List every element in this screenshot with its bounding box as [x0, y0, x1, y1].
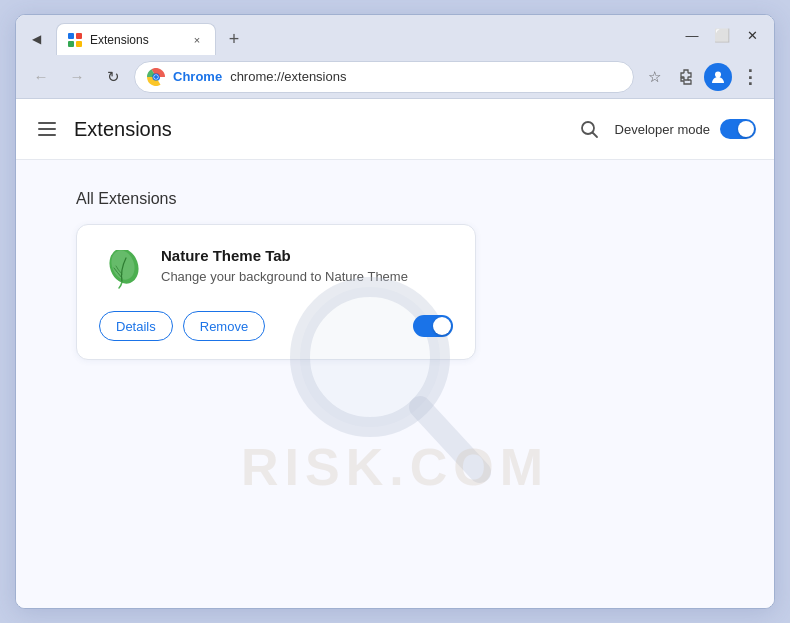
svg-line-13 — [420, 407, 480, 472]
svg-rect-2 — [68, 41, 74, 47]
hamburger-line-2 — [38, 128, 56, 130]
extensions-header: Extensions Developer mode — [16, 99, 774, 160]
profile-button[interactable] — [704, 63, 732, 91]
svg-rect-3 — [76, 41, 82, 47]
nav-icons: ☆ ⋮ — [640, 63, 764, 91]
svg-line-11 — [592, 133, 597, 138]
menu-button[interactable]: ⋮ — [736, 63, 764, 91]
browser-window: ◀ Extensions × + — ⬜ ✕ — [15, 14, 775, 609]
maximize-button[interactable]: ⬜ — [708, 21, 736, 49]
details-button[interactable]: Details — [99, 311, 173, 341]
page-content: Extensions Developer mode — [16, 99, 774, 608]
watermark-text: RISK.COM — [241, 437, 549, 497]
close-button[interactable]: ✕ — [738, 21, 766, 49]
hamburger-menu-button[interactable] — [34, 118, 60, 140]
extension-toggle[interactable] — [413, 315, 453, 337]
tab-close-btn[interactable]: × — [189, 32, 205, 48]
developer-mode-toggle[interactable] — [720, 119, 756, 139]
page-title: Extensions — [74, 118, 573, 141]
navigation-bar: ← → ↻ Chrome chrome://extensions — [16, 55, 774, 99]
all-extensions-title: All Extensions — [76, 190, 714, 208]
reload-button[interactable]: ↻ — [98, 62, 128, 92]
extensions-puzzle-button[interactable] — [672, 63, 700, 91]
title-bar: ◀ Extensions × + — ⬜ ✕ — [16, 15, 774, 55]
hamburger-line-1 — [38, 122, 56, 124]
tab-favicon-icon — [67, 32, 83, 48]
chrome-brand-label: Chrome — [173, 69, 222, 84]
svg-point-8 — [154, 75, 158, 79]
chrome-logo-icon — [147, 68, 165, 86]
header-actions: Developer mode — [573, 113, 756, 145]
svg-point-9 — [715, 71, 721, 77]
tab-scroll-left-btn[interactable]: ◀ — [24, 27, 48, 51]
new-tab-button[interactable]: + — [220, 25, 248, 53]
extension-description: Change your background to Nature Theme — [161, 269, 453, 284]
search-button[interactable] — [573, 113, 605, 145]
address-bar[interactable]: Chrome chrome://extensions — [134, 61, 634, 93]
svg-rect-0 — [68, 33, 74, 39]
extension-text: Nature Theme Tab Change your background … — [161, 247, 453, 284]
extension-icon — [99, 247, 145, 293]
back-button[interactable]: ← — [26, 62, 56, 92]
developer-mode-label: Developer mode — [615, 122, 710, 137]
extension-name: Nature Theme Tab — [161, 247, 453, 264]
extension-card: Nature Theme Tab Change your background … — [76, 224, 476, 360]
tab-title-label: Extensions — [90, 33, 182, 47]
minimize-button[interactable]: — — [678, 21, 706, 49]
extension-info-row: Nature Theme Tab Change your background … — [99, 247, 453, 293]
extensions-body: RISK.COM All Extensions — [16, 160, 774, 608]
extension-actions: Details Remove — [99, 311, 453, 341]
forward-button[interactable]: → — [62, 62, 92, 92]
address-text: chrome://extensions — [230, 69, 621, 84]
svg-rect-1 — [76, 33, 82, 39]
bookmark-star-button[interactable]: ☆ — [640, 63, 668, 91]
tab-area: ◀ Extensions × + — [24, 23, 678, 55]
hamburger-line-3 — [38, 134, 56, 136]
window-controls: — ⬜ ✕ — [678, 21, 766, 55]
remove-button[interactable]: Remove — [183, 311, 265, 341]
active-tab[interactable]: Extensions × — [56, 23, 216, 55]
